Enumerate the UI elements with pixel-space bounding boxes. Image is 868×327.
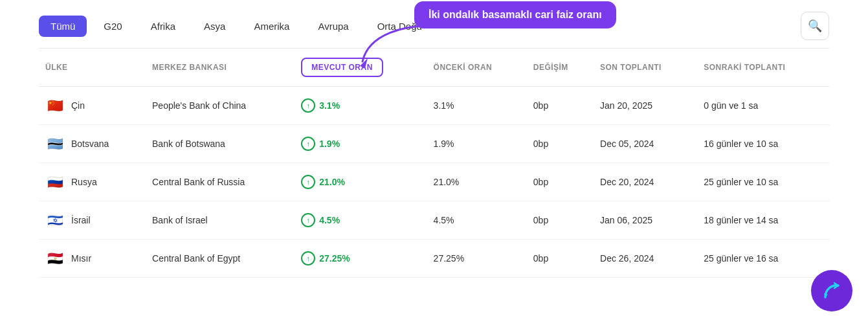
country-name-1: Botsvana [71,139,109,149]
cell-mevcut-2: ↑ 21.0% [295,163,427,201]
flag-1: 🇧🇼 [45,134,65,153]
search-icon: 🔍 [808,19,822,33]
table-row[interactable]: 🇪🇬 Mısır Central Bank of Egypt ↑ 27.25% … [39,240,829,278]
cell-sonraki-2: 25 günler ve 10 sa [697,163,829,201]
flag-4: 🇪🇬 [45,249,65,268]
cell-sonraki-0: 0 gün ve 1 sa [697,87,829,125]
rates-table: ÜLKE MERKEZ BANKASI MEVCUT ORAN ÖNCEKİ O… [39,48,829,278]
logo-circle [811,270,852,311]
cell-sonraki-4: 25 günler ve 16 sa [697,240,829,278]
cell-degisim-1: 0bp [527,125,594,163]
rate-value-4: 27.25% [319,253,350,264]
cell-bank-4: Central Bank of Egypt [146,240,295,278]
col-merkez: MERKEZ BANKASI [146,49,295,87]
country-name-3: İsrail [71,215,91,225]
cell-country-3: 🇮🇱 İsrail [39,201,146,240]
rate-up-icon-0: ↑ [301,98,315,113]
flag-2: 🇷🇺 [45,172,65,192]
nav-btn-g20[interactable]: G20 [92,16,133,37]
cell-onceki-3: 4.5% [427,201,527,240]
cell-son-3: Jan 06, 2025 [594,201,697,240]
rate-value-3: 4.5% [319,215,340,225]
table-row[interactable]: 🇷🇺 Rusya Central Bank of Russia ↑ 21.0% … [39,163,829,201]
rate-value-1: 1.9% [319,139,340,149]
table-row[interactable]: 🇨🇳 Çin People's Bank of China ↑ 3.1% 3.1… [39,87,829,125]
cell-degisim-2: 0bp [527,163,594,201]
col-onceki: ÖNCEKİ ORAN [427,49,527,87]
cell-son-4: Dec 26, 2024 [594,240,697,278]
table-row[interactable]: 🇮🇱 İsrail Bank of Israel ↑ 4.5% 4.5% 0bp… [39,201,829,240]
table-row[interactable]: 🇧🇼 Botsvana Bank of Botswana ↑ 1.9% 1.9%… [39,125,829,163]
col-sonraki: SONRAKİ TOPLANTI [697,49,829,87]
cell-onceki-1: 1.9% [427,125,527,163]
cell-degisim-3: 0bp [527,201,594,240]
cell-mevcut-3: ↑ 4.5% [295,201,427,240]
cell-mevcut-4: ↑ 27.25% [295,240,427,278]
cell-onceki-4: 27.25% [427,240,527,278]
cell-bank-2: Central Bank of Russia [146,163,295,201]
nav-btn-tumu[interactable]: Tümü [39,16,87,37]
cell-son-1: Dec 05, 2024 [594,125,697,163]
cell-degisim-4: 0bp [527,240,594,278]
cell-sonraki-1: 16 günler ve 10 sa [697,125,829,163]
flag-0: 🇨🇳 [45,96,65,115]
cell-son-0: Jan 20, 2025 [594,87,697,125]
cell-country-4: 🇪🇬 Mısır [39,240,146,278]
cell-bank-3: Bank of Israel [146,201,295,240]
rate-up-icon-4: ↑ [301,251,315,265]
cell-country-0: 🇨🇳 Çin [39,87,146,125]
annotation-bubble: İki ondalık basamaklı cari faiz oranı [414,1,616,28]
cell-onceki-0: 3.1% [427,87,527,125]
cell-bank-0: People's Bank of China [146,87,295,125]
cell-mevcut-1: ↑ 1.9% [295,125,427,163]
rate-value-0: 3.1% [319,100,340,111]
cell-country-2: 🇷🇺 Rusya [39,163,146,201]
country-name-0: Çin [71,100,85,111]
rate-up-icon-3: ↑ [301,213,315,227]
top-nav: Tümü G20 Afrika Asya Amerika Avrupa Orta… [0,0,868,48]
nav-btn-asya[interactable]: Asya [192,16,237,37]
annotation-text: İki ondalık basamaklı cari faiz oranı [428,9,602,20]
flag-3: 🇮🇱 [45,210,65,230]
rate-value-2: 21.0% [319,177,345,187]
cell-country-1: 🇧🇼 Botsvana [39,125,146,163]
annotation-container: İki ondalık basamaklı cari faiz oranı [350,1,616,28]
cell-onceki-2: 21.0% [427,163,527,201]
nav-btn-afrika[interactable]: Afrika [139,16,187,37]
nav-btn-amerika[interactable]: Amerika [242,16,301,37]
rate-up-icon-1: ↑ [301,137,315,151]
cell-sonraki-3: 18 günler ve 14 sa [697,201,829,240]
cell-son-2: Dec 20, 2024 [594,163,697,201]
country-name-2: Rusya [71,177,97,187]
data-table-wrapper: ÜLKE MERKEZ BANKASI MEVCUT ORAN ÖNCEKİ O… [0,48,868,278]
col-ulke: ÜLKE [39,49,146,87]
col-degisim: DEĞİŞİM [527,49,594,87]
col-son: SON TOPLANTI [594,49,697,87]
search-button[interactable]: 🔍 [801,12,829,40]
rate-up-icon-2: ↑ [301,175,315,189]
country-name-4: Mısır [71,253,91,264]
cell-degisim-0: 0bp [527,87,594,125]
cell-mevcut-0: ↑ 3.1% [295,87,427,125]
cell-bank-1: Bank of Botswana [146,125,295,163]
